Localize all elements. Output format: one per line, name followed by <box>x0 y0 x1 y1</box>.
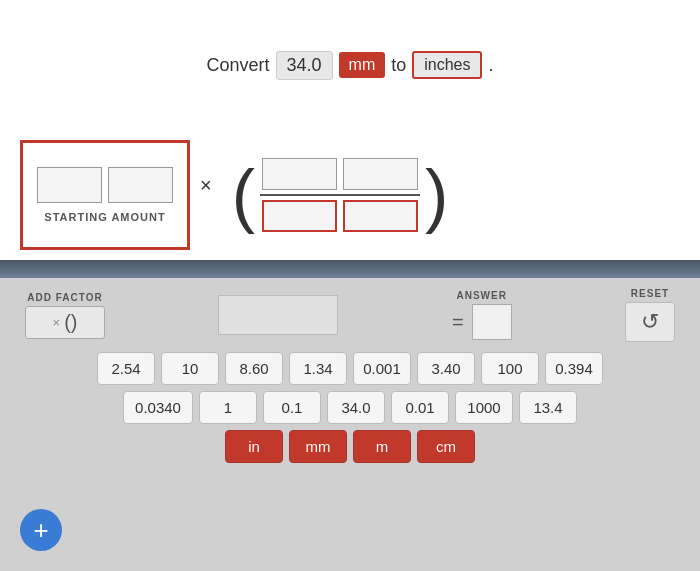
btn-0-394[interactable]: 0.394 <box>545 352 603 385</box>
bottom-section: ADD FACTOR × ( ) ANSWER = RESET ↺ <box>0 278 700 571</box>
btn-1000[interactable]: 1000 <box>455 391 513 424</box>
btn-mm[interactable]: mm <box>289 430 347 463</box>
convert-row: Convert 34.0 mm to inches . <box>206 51 493 80</box>
btn-1[interactable]: 1 <box>199 391 257 424</box>
starting-input-2[interactable] <box>108 167 173 203</box>
btn-0-1[interactable]: 0.1 <box>263 391 321 424</box>
factor-close: ) <box>71 311 78 334</box>
fraction-top-left[interactable] <box>262 158 337 190</box>
to-label: to <box>391 55 406 76</box>
reset-icon: ↺ <box>641 309 659 335</box>
btn-0-001[interactable]: 0.001 <box>353 352 411 385</box>
numpad-row-2: 0.0340 1 0.1 34.0 0.01 1000 13.4 <box>25 391 675 424</box>
answer-box[interactable] <box>472 304 512 340</box>
btn-in[interactable]: in <box>225 430 283 463</box>
fraction-top-right[interactable] <box>343 158 418 190</box>
btn-1-34[interactable]: 1.34 <box>289 352 347 385</box>
reset-button[interactable]: ↺ <box>625 302 675 342</box>
answer-label: ANSWER <box>456 290 506 301</box>
starting-input-1[interactable] <box>37 167 102 203</box>
btn-13-4[interactable]: 13.4 <box>519 391 577 424</box>
plus-icon: + <box>33 515 48 546</box>
numpad: 2.54 10 8.60 1.34 0.001 3.40 100 0.394 0… <box>15 352 685 463</box>
btn-100[interactable]: 100 <box>481 352 539 385</box>
fraction-inner <box>260 158 420 232</box>
reset-label: RESET <box>631 288 669 299</box>
btn-cm[interactable]: cm <box>417 430 475 463</box>
btn-m[interactable]: m <box>353 430 411 463</box>
factor-display[interactable]: × ( ) <box>25 306 105 339</box>
starting-amount-label: STARTING AMOUNT <box>44 211 165 223</box>
dark-divider <box>0 260 700 278</box>
starting-amount-inputs <box>37 167 173 203</box>
left-bracket: ( <box>232 160 255 230</box>
fraction-bottom-right[interactable] <box>343 200 418 232</box>
middle-section: STARTING AMOUNT × ( ) <box>0 130 700 260</box>
fraction-bottom-left[interactable] <box>262 200 337 232</box>
right-bracket: ) <box>425 160 448 230</box>
multiply-symbol: × <box>200 174 212 197</box>
add-factor-section: ADD FACTOR × ( ) <box>25 292 105 339</box>
fraction-top-row <box>262 158 418 190</box>
starting-amount-container: STARTING AMOUNT <box>20 140 190 250</box>
btn-34-0[interactable]: 34.0 <box>327 391 385 424</box>
fraction-line <box>260 194 420 196</box>
expression-box[interactable] <box>218 295 338 335</box>
convert-value[interactable]: 34.0 <box>276 51 333 80</box>
add-factor-label: ADD FACTOR <box>27 292 102 303</box>
convert-section: Convert 34.0 mm to inches . <box>0 0 700 130</box>
fraction-bottom-row <box>262 200 418 232</box>
factor-open: ( <box>64 311 71 334</box>
btn-10[interactable]: 10 <box>161 352 219 385</box>
numpad-row-3: in mm m cm <box>25 430 675 463</box>
fraction-container: ( ) <box>232 158 449 232</box>
btn-8-60[interactable]: 8.60 <box>225 352 283 385</box>
unit-inches-badge[interactable]: inches <box>412 51 482 79</box>
equals-sign: = <box>452 311 464 334</box>
numpad-row-1: 2.54 10 8.60 1.34 0.001 3.40 100 0.394 <box>25 352 675 385</box>
plus-button[interactable]: + <box>20 509 62 551</box>
btn-3-40[interactable]: 3.40 <box>417 352 475 385</box>
factor-x-label: × <box>53 315 61 330</box>
btn-0-0340[interactable]: 0.0340 <box>123 391 193 424</box>
answer-section: ANSWER = <box>452 290 512 340</box>
reset-section: RESET ↺ <box>625 288 675 342</box>
convert-label: Convert <box>206 55 269 76</box>
controls-row: ADD FACTOR × ( ) ANSWER = RESET ↺ <box>15 288 685 342</box>
btn-2-54[interactable]: 2.54 <box>97 352 155 385</box>
answer-display: = <box>452 304 512 340</box>
btn-0-01[interactable]: 0.01 <box>391 391 449 424</box>
unit-mm-badge[interactable]: mm <box>339 52 386 78</box>
